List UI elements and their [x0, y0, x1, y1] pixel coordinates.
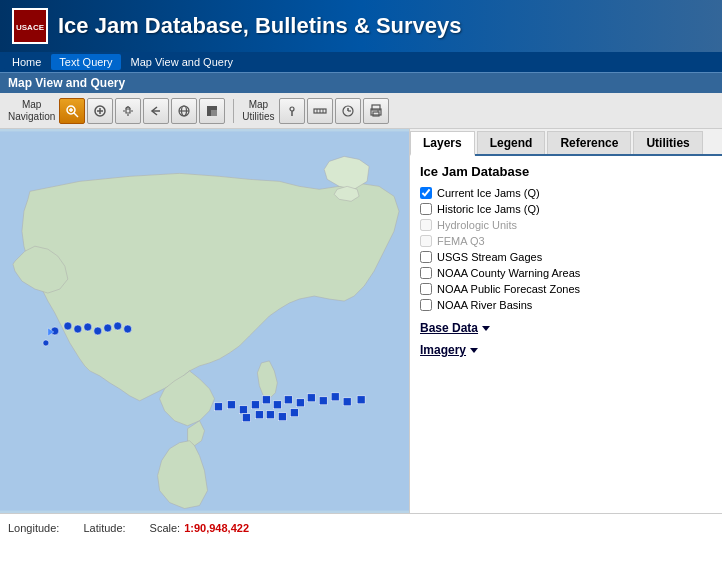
toolbar-separator-1: [233, 99, 234, 123]
layer-item: Current Ice Jams (Q): [420, 187, 712, 199]
layer-label-4: USGS Stream Gages: [437, 251, 542, 263]
zoom-tool-button[interactable]: [59, 98, 85, 124]
layer-label-2: Hydrologic Units: [437, 219, 517, 231]
layer-item: FEMA Q3: [420, 235, 712, 247]
layers-section-title: Ice Jam Database: [420, 164, 712, 179]
imagery-section[interactable]: Imagery: [420, 343, 712, 357]
layer-item: NOAA County Warning Areas: [420, 267, 712, 279]
scale-value: 1:90,948,422: [184, 522, 249, 534]
latitude-label: Latitude:: [83, 522, 125, 534]
svg-point-44: [114, 322, 122, 330]
map-view[interactable]: [0, 129, 409, 513]
layer-checkbox-7[interactable]: [420, 299, 432, 311]
right-panel: Layers Legend Reference Utilities Ice Ja…: [410, 129, 722, 513]
map-container[interactable]: [0, 129, 410, 513]
app-header: USACE Ice Jam Database, Bulletins & Surv…: [0, 0, 722, 52]
toolbar: Map Navigation Map Utilities: [0, 93, 722, 129]
layers-list: Current Ice Jams (Q)Historic Ice Jams (Q…: [420, 187, 712, 311]
latitude-item: Latitude:: [83, 522, 129, 534]
layer-item: Historic Ice Jams (Q): [420, 203, 712, 215]
time-button[interactable]: [335, 98, 361, 124]
svg-rect-57: [331, 393, 339, 401]
svg-rect-56: [319, 397, 327, 405]
longitude-label: Longitude:: [8, 522, 59, 534]
svg-rect-49: [239, 406, 247, 414]
app-icon: USACE: [12, 8, 48, 44]
layer-item: NOAA River Basins: [420, 299, 712, 311]
layer-checkbox-4[interactable]: [420, 251, 432, 263]
nav-bar: Home Text Query Map View and Query: [0, 52, 722, 72]
layer-item: Hydrologic Units: [420, 219, 712, 231]
zoom-box-button[interactable]: [199, 98, 225, 124]
status-bar: Longitude: Latitude: Scale: 1:90,948,422: [0, 513, 722, 541]
back-button[interactable]: [143, 98, 169, 124]
svg-point-42: [94, 327, 102, 335]
map-util-tools: [279, 98, 389, 124]
svg-rect-61: [255, 411, 263, 419]
print-button[interactable]: [363, 98, 389, 124]
svg-rect-59: [357, 396, 365, 404]
identify-button[interactable]: [279, 98, 305, 124]
svg-rect-63: [278, 413, 286, 421]
svg-rect-26: [373, 112, 379, 116]
main-content: Layers Legend Reference Utilities Ice Ja…: [0, 129, 722, 513]
layer-checkbox-5[interactable]: [420, 267, 432, 279]
imagery-arrow-icon: [470, 348, 478, 353]
base-data-arrow-icon: [482, 326, 490, 331]
map-utilities-label: Map Utilities: [242, 99, 274, 123]
layer-label-1: Historic Ice Jams (Q): [437, 203, 540, 215]
measure-button[interactable]: [307, 98, 333, 124]
svg-point-43: [104, 324, 112, 332]
tab-utilities[interactable]: Utilities: [633, 131, 702, 154]
layer-label-3: FEMA Q3: [437, 235, 485, 247]
map-nav-tools: [59, 98, 225, 124]
svg-point-41: [84, 323, 92, 331]
home-button[interactable]: Home: [4, 54, 49, 70]
tab-legend[interactable]: Legend: [477, 131, 546, 154]
svg-rect-52: [273, 401, 281, 409]
longitude-item: Longitude:: [8, 522, 63, 534]
tab-layers[interactable]: Layers: [410, 131, 475, 156]
page-title: Ice Jam Database, Bulletins & Surveys: [58, 13, 462, 39]
base-data-section[interactable]: Base Data: [420, 321, 712, 335]
scale-item: Scale: 1:90,948,422: [150, 522, 249, 534]
layer-checkbox-0[interactable]: [420, 187, 432, 199]
svg-line-3: [74, 113, 78, 117]
layer-checkbox-3: [420, 235, 432, 247]
svg-point-40: [74, 325, 82, 333]
scale-label: Scale:: [150, 522, 181, 534]
svg-rect-14: [211, 110, 217, 116]
map-view-button[interactable]: Map View and Query: [123, 54, 242, 70]
layer-label-5: NOAA County Warning Areas: [437, 267, 580, 279]
svg-point-46: [43, 340, 49, 346]
breadcrumb: Map View and Query: [0, 72, 722, 93]
svg-rect-51: [262, 396, 270, 404]
layer-label-7: NOAA River Basins: [437, 299, 532, 311]
zoom-extent-button[interactable]: [87, 98, 113, 124]
svg-rect-55: [307, 394, 315, 402]
svg-rect-50: [251, 401, 259, 409]
svg-point-39: [64, 322, 72, 330]
layer-checkbox-1[interactable]: [420, 203, 432, 215]
panel-tabs: Layers Legend Reference Utilities: [410, 129, 722, 156]
svg-rect-53: [284, 396, 292, 404]
layer-label-0: Current Ice Jams (Q): [437, 187, 540, 199]
layer-label-6: NOAA Public Forecast Zones: [437, 283, 580, 295]
globe-button[interactable]: [171, 98, 197, 124]
svg-point-45: [124, 325, 132, 333]
text-query-button[interactable]: Text Query: [51, 54, 120, 70]
layer-item: NOAA Public Forecast Zones: [420, 283, 712, 295]
map-navigation-label: Map Navigation: [8, 99, 55, 123]
panel-content: Ice Jam Database Current Ice Jams (Q)His…: [410, 156, 722, 513]
svg-rect-54: [296, 399, 304, 407]
layer-checkbox-6[interactable]: [420, 283, 432, 295]
tab-reference[interactable]: Reference: [547, 131, 631, 154]
svg-point-15: [290, 107, 294, 111]
svg-rect-58: [343, 398, 351, 406]
svg-text:USACE: USACE: [16, 23, 45, 32]
layer-checkbox-2: [420, 219, 432, 231]
base-data-label: Base Data: [420, 321, 478, 335]
svg-rect-64: [290, 409, 298, 417]
pan-button[interactable]: [115, 98, 141, 124]
svg-rect-60: [242, 414, 250, 422]
